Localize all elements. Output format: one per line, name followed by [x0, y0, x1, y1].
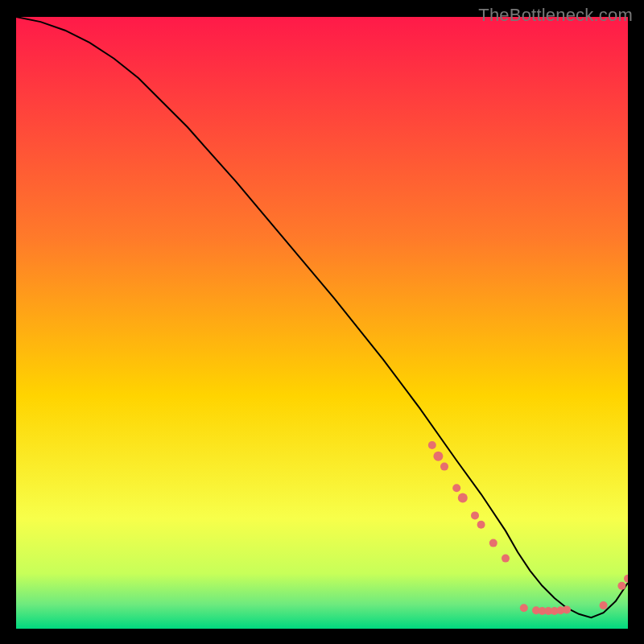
plot-frame: [16, 17, 628, 629]
plot-svg: [16, 17, 628, 629]
data-point: [600, 601, 608, 609]
data-point: [433, 452, 443, 461]
chart-container: TheBottleneck.com: [0, 0, 644, 644]
data-point: [477, 521, 485, 529]
data-point: [617, 582, 625, 590]
data-point: [471, 511, 479, 519]
data-point: [458, 493, 468, 502]
data-point: [440, 463, 448, 471]
data-point: [489, 539, 497, 547]
data-point: [563, 605, 571, 613]
data-point: [452, 484, 460, 492]
data-point: [428, 441, 436, 449]
plot-background: [16, 17, 628, 629]
data-point: [502, 555, 510, 563]
data-point: [520, 604, 528, 612]
watermark-text: TheBottleneck.com: [478, 5, 633, 26]
